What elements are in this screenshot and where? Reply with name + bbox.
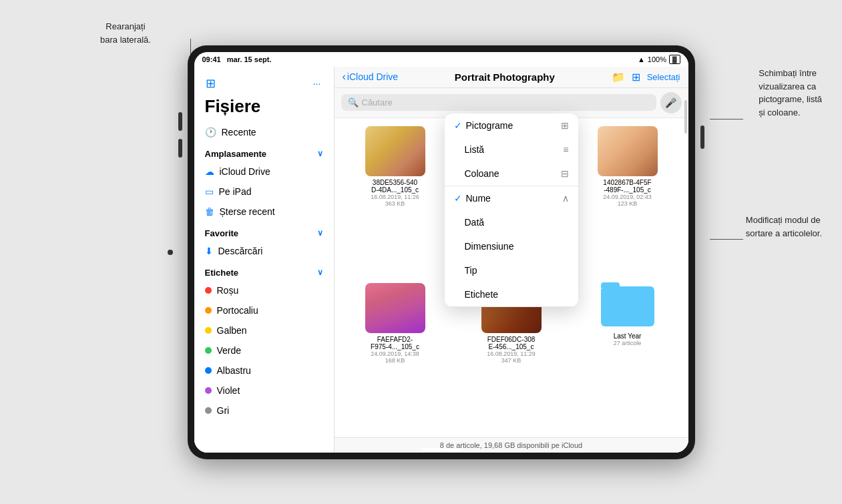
- home-indicator[interactable]: [421, 448, 461, 451]
- file-item-folder-lastyear[interactable]: Last Year 27 articole: [575, 283, 680, 429]
- annotation-sidebar-text: Rearanjați bara laterală.: [100, 21, 151, 45]
- nume-label: Nume: [466, 193, 491, 204]
- galben-label: Galben: [217, 325, 247, 336]
- dropdown-item-lista[interactable]: Listă ≡: [445, 138, 578, 162]
- file-item-1[interactable]: 38DE5356-540D-4DA..._105_c 16.08.2019, 1…: [343, 126, 448, 272]
- file-name-3: 1402867B-4F5F-489F-..._105_c: [603, 179, 651, 194]
- file-name-1: 38DE5356-540D-4DA..._105_c: [371, 179, 419, 194]
- albastru-label: Albastru: [217, 365, 251, 376]
- file-meta-3: 24.09.2019, 02:43123 KB: [603, 194, 652, 207]
- sidebar-item-tag-albastru[interactable]: Albastru: [194, 360, 334, 381]
- locations-chevron: ∨: [317, 149, 323, 158]
- mic-button[interactable]: 🎤: [660, 92, 682, 113]
- ipad-icon: ▭: [205, 186, 214, 197]
- sidebar-item-tag-gri[interactable]: Gri: [194, 401, 334, 421]
- icloud-label: iCloud Drive: [220, 166, 270, 177]
- sidebar-item-downloads[interactable]: ⬇ Descărcări: [194, 241, 334, 261]
- dropdown-item-data[interactable]: Dată: [445, 210, 578, 234]
- downloads-icon: ⬇: [205, 246, 213, 256]
- scrollbar-handle[interactable]: [684, 100, 687, 134]
- sidebar-section-tags[interactable]: Etichete ∨: [194, 261, 334, 280]
- status-time-date: 09:41 mar. 15 sept.: [202, 55, 272, 63]
- favorites-label: Favorite: [205, 228, 239, 238]
- deleted-label: Șterse recent: [220, 206, 275, 217]
- sidebar-item-icloud[interactable]: ☁ iCloud Drive: [194, 162, 334, 182]
- dropdown-item-pictograme[interactable]: ✓ Pictograme ⊞: [445, 113, 578, 138]
- mic-icon: 🎤: [665, 97, 676, 108]
- sidebar-header: ⊞ ···: [194, 72, 334, 95]
- volume-down-button[interactable]: [178, 139, 182, 158]
- portocaliu-label: Portocaliu: [217, 305, 258, 316]
- sidebar-toggle-button[interactable]: ⊞: [202, 75, 220, 92]
- recente-label: Recente: [222, 127, 256, 138]
- status-time: 09:41: [202, 55, 221, 63]
- file-item-3[interactable]: 1402867B-4F5F-489F-..._105_c 24.09.2019,…: [575, 126, 680, 272]
- search-placeholder: Căutare: [362, 97, 393, 107]
- downloads-label: Descărcări: [218, 246, 263, 256]
- sidebar-item-tag-verde[interactable]: Verde: [194, 340, 334, 360]
- file-meta-4: 24.09.2019, 14:38168 KB: [371, 350, 419, 364]
- dropdown-item-dimensiune[interactable]: Dimensiune: [445, 234, 578, 258]
- folder-thumb-lastyear: [598, 283, 658, 330]
- dropdown-item-nume[interactable]: ✓ Nume ∧: [445, 186, 578, 210]
- sidebar-more-button[interactable]: ···: [308, 75, 326, 92]
- deleted-icon: 🗑: [205, 206, 214, 217]
- sidebar-section-favorites[interactable]: Favorite ∨: [194, 222, 334, 241]
- file-item-4[interactable]: FAEFAFD2-F975-4..._105_c 24.09.2019, 14:…: [343, 283, 448, 429]
- sidebar-item-tag-portocaliu[interactable]: Portocaliu: [194, 300, 334, 320]
- sidebar-item-ipad[interactable]: ▭ Pe iPad: [194, 182, 334, 202]
- tags-label: Etichete: [205, 268, 239, 278]
- dropdown-item-tip[interactable]: Tip: [445, 258, 578, 282]
- battery-icon: ▓: [669, 55, 680, 64]
- locations-label: Amplasamente: [205, 149, 266, 159]
- nav-bar: ‹ iCloud Drive Portrait Photography 📁 ⊞ …: [335, 67, 688, 88]
- verde-dot: [205, 347, 212, 354]
- sidebar: ⊞ ··· Fișiere 🕐 Recente Amplasamente ∨ ☁…: [194, 67, 335, 453]
- dropdown-item-coloane[interactable]: Coloane ⊟: [445, 162, 578, 186]
- file-thumb-4: [365, 283, 425, 333]
- grid-icon-pictograme: ⊞: [561, 120, 569, 131]
- rosu-label: Roșu: [217, 285, 239, 296]
- sidebar-section-amplasamente[interactable]: Amplasamente ∨: [194, 142, 334, 162]
- check-icon-pictograme: ✓: [454, 120, 462, 131]
- dropdown-menu: ✓ Pictograme ⊞ Listă ≡: [445, 113, 578, 307]
- sidebar-title: Fișiere: [194, 95, 334, 122]
- status-bar: 09:41 mar. 15 sept. ▲ 100% ▓: [194, 52, 688, 67]
- violet-label: Violet: [217, 385, 240, 396]
- search-input-wrap[interactable]: 🔍 Căutare: [341, 94, 656, 111]
- grid-view-icon[interactable]: ⊞: [632, 71, 640, 83]
- annotation-view-text: Schimbați între vizualizarea ca pictogra…: [759, 68, 822, 117]
- etichete-label: Etichete: [465, 289, 499, 300]
- tip-label: Tip: [465, 265, 477, 276]
- volume-up-button[interactable]: [178, 112, 182, 131]
- folder-plus-icon[interactable]: 📁: [612, 71, 625, 83]
- dropdown-item-etichete[interactable]: Etichete: [445, 282, 578, 306]
- gri-label: Gri: [217, 405, 230, 416]
- file-area: ‹ iCloud Drive Portrait Photography 📁 ⊞ …: [335, 67, 688, 453]
- dot-indicator: [168, 250, 173, 255]
- sidebar-item-tag-rosu[interactable]: Roșu: [194, 280, 334, 300]
- sidebar-item-tag-galben[interactable]: Galben: [194, 320, 334, 340]
- file-name-5: FDEF06DC-308E-456..._105_c: [487, 336, 536, 350]
- lista-label: Listă: [465, 144, 485, 155]
- tags-chevron: ∨: [317, 268, 323, 277]
- pictograme-label: Pictograme: [466, 120, 513, 131]
- nav-back-button[interactable]: ‹ iCloud Drive: [343, 71, 399, 83]
- data-label: Dată: [465, 217, 485, 228]
- sidebar-item-recente[interactable]: 🕐 Recente: [194, 122, 334, 142]
- recente-icon: 🕐: [205, 127, 216, 138]
- rosu-dot: [205, 287, 212, 294]
- status-date: mar. 15 sept.: [227, 55, 272, 63]
- ipad-frame: 09:41 mar. 15 sept. ▲ 100% ▓ ⊞ ··· Fișie…: [188, 45, 695, 459]
- gri-dot: [205, 407, 212, 414]
- folder-icon-lastyear: [601, 286, 654, 326]
- select-button[interactable]: Selectați: [647, 72, 680, 82]
- sidebar-item-tag-violet[interactable]: Violet: [194, 381, 334, 401]
- lock-button[interactable]: [700, 125, 704, 149]
- chevron-up-icon: ∧: [562, 193, 569, 204]
- sidebar-item-deleted[interactable]: 🗑 Șterse recent: [194, 202, 334, 222]
- status-right: ▲ 100% ▓: [638, 55, 680, 64]
- annotation-sidebar: Rearanjați bara laterală.: [100, 20, 151, 46]
- nav-actions: 📁 ⊞ Selectați: [612, 71, 680, 83]
- check-icon-nume: ✓: [454, 193, 462, 204]
